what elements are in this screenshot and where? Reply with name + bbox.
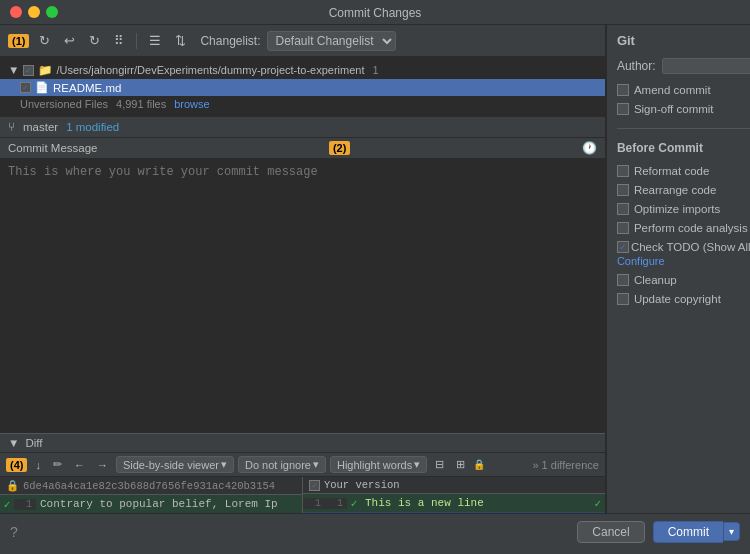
ignore-label: Do not ignore xyxy=(245,459,311,471)
amend-checkbox[interactable] xyxy=(617,84,629,96)
diff-linenum-1: 1 xyxy=(14,499,36,510)
diff-check-1: ✓ xyxy=(0,498,14,511)
grid-icon[interactable]: ⊞ xyxy=(452,456,469,473)
tree-root[interactable]: ▼ ✓ 📁 /Users/jahongirr/DevExperiments/du… xyxy=(0,61,605,79)
diff-left-btn[interactable]: ← xyxy=(70,457,89,473)
separator xyxy=(136,33,137,49)
browse-link[interactable]: browse xyxy=(174,98,209,110)
side-by-side-label: Side-by-side viewer xyxy=(123,459,219,471)
window-title: Commit Changes xyxy=(329,6,422,20)
commit-button-group: Commit ▾ xyxy=(653,521,740,543)
perform-checkbox[interactable] xyxy=(617,222,629,234)
diff-right-btn[interactable]: → xyxy=(93,457,112,473)
file-icon: 📄 xyxy=(35,81,49,94)
lock-left-icon: 🔒 xyxy=(6,479,19,492)
diff-label: Diff xyxy=(25,437,42,449)
copyright-checkbox[interactable] xyxy=(617,293,629,305)
before-commit-label: Before Commit xyxy=(617,141,703,155)
commit-button[interactable]: Commit xyxy=(653,521,723,543)
author-row: Author: xyxy=(617,58,750,74)
folder-icon: 📁 xyxy=(38,63,52,77)
diff-left-content-1: Contrary to popular belief, Lorem Ip xyxy=(36,497,302,511)
branch-icon: ⑂ xyxy=(8,121,15,133)
diff-right-end-1: ✓ xyxy=(591,497,605,510)
commit-message-section: Commit Message (2) 🕐 xyxy=(0,138,605,433)
cleanup-row: Cleanup xyxy=(617,274,750,286)
diff-toolbar: (4) ↓ ✏ ← → Side-by-side viewer ▾ Do not… xyxy=(0,453,605,477)
annotation-1: (1) xyxy=(8,34,29,48)
signoff-label: Sign-off commit xyxy=(634,103,714,115)
chevron-down-icon-3: ▾ xyxy=(414,458,420,471)
window-controls xyxy=(10,6,58,18)
git-label: Git xyxy=(617,33,750,48)
collapse-button[interactable]: ⇅ xyxy=(171,31,190,50)
branch-bar: ⑂ master 1 modified xyxy=(0,117,605,138)
changelist-label: Changelist: xyxy=(200,34,260,48)
group-button[interactable]: ⠿ xyxy=(110,31,128,50)
optimize-checkbox[interactable] xyxy=(617,203,629,215)
diff-down-btn[interactable]: ↓ xyxy=(31,457,45,473)
configure-link[interactable]: Configure xyxy=(617,255,665,267)
diff-edit-btn[interactable]: ✏ xyxy=(49,456,66,473)
optimize-label: Optimize imports xyxy=(634,203,720,215)
file-item-readme[interactable]: ✓ 📄 README.md xyxy=(0,79,605,96)
undo-button[interactable]: ↩ xyxy=(60,31,79,50)
help-icon[interactable]: ? xyxy=(10,524,18,540)
annotation-this: This xyxy=(365,497,391,509)
diff-count: » 1 difference xyxy=(532,459,598,471)
commit-arrow-button[interactable]: ▾ xyxy=(723,522,740,541)
author-input[interactable] xyxy=(662,58,750,74)
highlight-btn[interactable]: Highlight words ▾ xyxy=(330,456,427,473)
clock-icon: 🕐 xyxy=(582,141,597,155)
checktodo-checkbox[interactable]: ✓ xyxy=(617,241,629,253)
left-panel: (1) ↻ ↩ ↻ ⠿ ☰ ⇅ Changelist: Default Chan… xyxy=(0,25,606,549)
right-file-checkbox[interactable]: ✓ xyxy=(309,480,320,491)
root-count: 1 xyxy=(373,64,379,76)
checktodo-label: Check TODO (Show All) xyxy=(631,241,750,253)
commit-message-input[interactable] xyxy=(0,159,605,433)
rearrange-label: Rearrange code xyxy=(634,184,716,196)
root-path: /Users/jahongirr/DevExperiments/dummy-pr… xyxy=(56,64,364,76)
copyright-row: Update copyright xyxy=(617,293,750,305)
reformat-checkbox[interactable] xyxy=(617,165,629,177)
refresh-button[interactable]: ↻ xyxy=(35,31,54,50)
diff-right-file: ✓ Your version xyxy=(303,477,605,494)
minimize-button[interactable] xyxy=(28,6,40,18)
side-by-side-btn[interactable]: Side-by-side viewer ▾ xyxy=(116,456,234,473)
optimize-row: Optimize imports xyxy=(617,203,750,215)
bottom-bar: ? Cancel Commit ▾ xyxy=(0,513,750,549)
maximize-button[interactable] xyxy=(46,6,58,18)
modified-badge[interactable]: 1 modified xyxy=(66,121,119,133)
file-checkbox[interactable]: ✓ xyxy=(20,82,31,93)
commit-message-label: Commit Message xyxy=(8,142,97,154)
signoff-commit-row: Sign-off commit xyxy=(617,103,750,115)
annotation-2: (2) xyxy=(329,141,350,155)
before-commit-header: Before Commit (3) xyxy=(617,141,750,155)
signoff-checkbox[interactable] xyxy=(617,103,629,115)
root-checkbox[interactable]: ✓ xyxy=(23,65,34,76)
cancel-button[interactable]: Cancel xyxy=(577,521,644,543)
diff-right-linenum-1b: 1 xyxy=(325,498,347,509)
expand-button[interactable]: ☰ xyxy=(145,31,165,50)
split-icon[interactable]: ⊟ xyxy=(431,456,448,473)
commit-message-header: Commit Message (2) 🕐 xyxy=(0,138,605,159)
right-panel: Git Author: Amend commit Sign-off commit… xyxy=(606,25,750,549)
amend-label: Amend commit xyxy=(634,84,711,96)
section-divider xyxy=(617,128,750,129)
diff-left-file: 🔒 6de4a6a4ca1e82c3b688d7656fe931ac420b31… xyxy=(0,477,302,495)
rearrange-checkbox[interactable] xyxy=(617,184,629,196)
amend-commit-row: Amend commit xyxy=(617,84,750,96)
changelist-select[interactable]: Default Changelist xyxy=(267,31,396,51)
redo-button[interactable]: ↻ xyxy=(85,31,104,50)
close-button[interactable] xyxy=(10,6,22,18)
diff-right-linenum-1a: 1 xyxy=(303,498,325,509)
cleanup-checkbox[interactable] xyxy=(617,274,629,286)
highlight-label: Highlight words xyxy=(337,459,412,471)
checktodo-row: ✓ Check TODO (Show All) Configure xyxy=(617,241,750,267)
copyright-label: Update copyright xyxy=(634,293,721,305)
toolbar: (1) ↻ ↩ ↻ ⠿ ☰ ⇅ Changelist: Default Chan… xyxy=(0,25,605,57)
ignore-btn[interactable]: Do not ignore ▾ xyxy=(238,456,326,473)
diff-right-content-1-rest: is a new line xyxy=(398,497,484,509)
right-file-label: Your version xyxy=(324,479,400,491)
left-file-hash: 6de4a6a4ca1e82c3b688d7656fe931ac420b3154 xyxy=(23,480,275,492)
